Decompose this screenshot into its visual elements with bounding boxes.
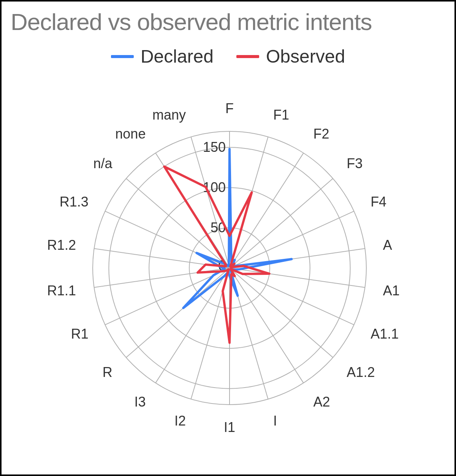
- legend-label-observed: Observed: [266, 46, 345, 67]
- axis-label: I2: [174, 413, 186, 429]
- axis-label: I: [273, 413, 277, 429]
- axis-label: F1: [273, 107, 289, 123]
- svg-line-12: [230, 268, 333, 358]
- axis-label: F3: [347, 156, 363, 171]
- axis-label: A: [383, 237, 392, 253]
- axis-label: none: [115, 126, 146, 142]
- legend-swatch-declared: [111, 55, 134, 58]
- axis-label: R1: [71, 326, 89, 342]
- axis-label: A2: [314, 394, 330, 410]
- axis-label: R: [103, 364, 112, 380]
- axis-label: R1.2: [47, 237, 76, 253]
- axis-label: I3: [134, 394, 146, 410]
- svg-line-7: [230, 178, 333, 268]
- axis-label: R1.3: [60, 194, 89, 210]
- legend-item-declared: Declared: [111, 46, 214, 67]
- axis-label: many: [152, 107, 186, 123]
- legend-label-declared: Declared: [141, 46, 214, 67]
- axis-label: A1: [383, 283, 400, 298]
- legend-item-observed: Observed: [236, 46, 345, 67]
- svg-line-10: [230, 268, 365, 287]
- tick-label: 150: [203, 139, 226, 155]
- legend-swatch-observed: [236, 55, 259, 58]
- axis-label: F2: [314, 126, 329, 142]
- radar-svg: FF1F2F3F4AA1A1.1A1.2A2II1I2I3RR1R1.1R1.2…: [2, 67, 456, 446]
- axis-label: n/a: [93, 156, 113, 171]
- legend: Declared Observed: [2, 46, 454, 67]
- svg-line-18: [126, 268, 230, 358]
- chart-frame: Declared vs observed metric intents Decl…: [0, 0, 456, 476]
- axis-label: R1.1: [47, 283, 76, 298]
- axis-label: I1: [224, 419, 235, 435]
- radar-chart: FF1F2F3F4AA1A1.1A1.2A2II1I2I3RR1R1.1R1.2…: [2, 67, 454, 446]
- svg-line-25: [191, 137, 230, 268]
- axis-label: F4: [370, 194, 386, 210]
- chart-title: Declared vs observed metric intents: [2, 2, 454, 35]
- axis-label: A1.2: [347, 364, 375, 380]
- axis-label: F: [225, 101, 234, 116]
- axis-label: A1.1: [370, 326, 399, 342]
